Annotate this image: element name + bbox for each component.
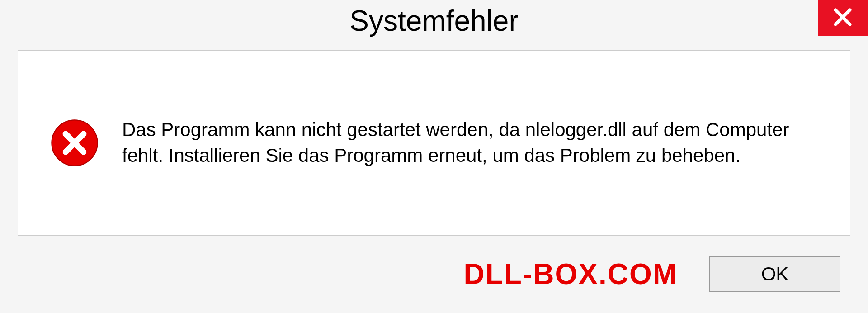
message-panel: Das Programm kann nicht gestartet werden… (18, 50, 850, 236)
dialog-title: Systemfehler (349, 4, 518, 38)
watermark-text: DLL-BOX.COM (464, 257, 678, 291)
ok-button[interactable]: OK (709, 256, 840, 292)
dialog-footer: DLL-BOX.COM OK (0, 236, 868, 313)
close-icon (833, 7, 853, 29)
close-button[interactable] (818, 0, 868, 36)
titlebar: Systemfehler (0, 0, 868, 50)
error-message: Das Programm kann nicht gestartet werden… (122, 117, 818, 168)
error-icon (50, 118, 99, 168)
error-dialog: Systemfehler Das Programm kann nicht ges… (0, 0, 868, 313)
ok-button-label: OK (761, 263, 789, 285)
